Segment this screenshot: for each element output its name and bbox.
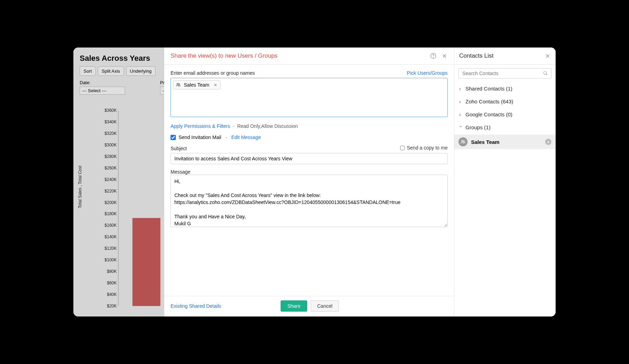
y-tick: $240K (96, 177, 117, 182)
recipients-input[interactable]: Sales Team ✕ (171, 78, 448, 117)
sort-button[interactable]: Sort (80, 66, 96, 76)
svg-point-1 (433, 57, 434, 57)
svg-point-4 (544, 72, 547, 74)
apply-permissions-link[interactable]: Apply Permissions & Filters (171, 123, 230, 129)
y-tick: $200K (96, 200, 117, 205)
y-tick: $180K (96, 211, 117, 216)
svg-point-5 (462, 140, 463, 141)
send-invitation-label: Send Invitation Mail (179, 134, 221, 140)
y-tick: $360K (96, 108, 117, 113)
contacts-title: Contacts List (459, 52, 544, 59)
y-tick: $300K (96, 143, 117, 147)
chip-label: Sales Team (184, 82, 209, 88)
y-tick: $140K (96, 234, 117, 239)
y-tick: $120K (96, 246, 117, 251)
y-axis-title: Total Sales , Total Cost (78, 166, 82, 208)
y-tick: $80K (96, 269, 117, 274)
svg-point-2 (177, 83, 178, 85)
recipients-label: Enter email addresses or group names (171, 70, 255, 76)
edit-message-link[interactable]: Edit Message (231, 134, 261, 140)
send-invitation-checkbox[interactable] (171, 135, 176, 140)
help-icon[interactable] (430, 53, 436, 59)
add-icon[interactable]: + (545, 139, 551, 145)
search-icon (543, 71, 548, 76)
contacts-list-item[interactable]: Sales Team + (454, 134, 556, 149)
y-tick: $220K (96, 189, 117, 194)
share-modal: Share the view(s) to new Users / Groups … (164, 48, 454, 316)
cancel-button[interactable]: Cancel (311, 300, 339, 312)
y-tick: $40K (96, 292, 117, 297)
chart-bar (132, 218, 160, 306)
split-axis-button[interactable]: Split Axis (98, 66, 124, 76)
group-icon (175, 82, 181, 88)
contacts-group-groups[interactable]: › Groups (1) (454, 121, 556, 134)
share-title: Share the view(s) to new Users / Groups (171, 52, 430, 59)
chip-remove-icon[interactable]: ✕ (214, 82, 217, 88)
chevron-down-icon: › (458, 126, 464, 129)
chevron-right-icon: › (459, 111, 463, 117)
permissions-summary: Read Only,Allow Discussion (237, 123, 298, 129)
close-icon[interactable] (544, 53, 551, 59)
y-tick: $280K (96, 154, 117, 159)
subject-label: Subject (171, 146, 187, 151)
share-button[interactable]: Share (281, 300, 307, 312)
contacts-group-google[interactable]: › Google Contacts (0) (454, 108, 556, 121)
filter-date-select[interactable]: --- Select --- (80, 87, 125, 95)
svg-point-6 (463, 140, 464, 141)
contacts-group-zoho[interactable]: › Zoho Contacts (643) (454, 95, 556, 108)
y-tick: $60K (96, 281, 117, 285)
chevron-right-icon: › (459, 99, 463, 104)
y-tick: $340K (96, 119, 117, 124)
underlying-button[interactable]: Underlying (126, 66, 156, 76)
y-tick: $160K (96, 223, 117, 228)
y-tick: $320K (96, 131, 117, 136)
y-tick: $20K (96, 304, 117, 308)
contacts-group-shared[interactable]: › Shared Contacts (1) (454, 82, 556, 95)
existing-shared-link[interactable]: Existing Shared Details (171, 303, 221, 309)
send-copy-label: Send a copy to me (407, 145, 448, 151)
group-avatar-icon (458, 137, 468, 146)
subject-input[interactable] (171, 153, 448, 164)
send-copy-checkbox[interactable] (400, 146, 405, 150)
pick-users-link[interactable]: Pick Users/Groups (407, 70, 448, 76)
y-axis: $360K$340K$320K$300K$280K$260K$240K$220K… (89, 110, 117, 306)
message-label: Message (171, 169, 448, 175)
filter-date-label: Date: (80, 80, 125, 85)
chevron-right-icon: › (459, 86, 463, 92)
svg-point-3 (179, 83, 180, 85)
contacts-panel: Contacts List › Shared Contacts (1) › Zo… (454, 48, 556, 316)
y-tick: $100K (96, 257, 117, 262)
message-textarea[interactable] (171, 175, 448, 227)
close-icon[interactable] (441, 53, 448, 59)
search-contacts-input[interactable] (458, 68, 551, 79)
contacts-item-label: Sales Team (471, 139, 499, 145)
y-tick: $260K (96, 166, 117, 170)
recipient-chip: Sales Team ✕ (173, 80, 220, 89)
